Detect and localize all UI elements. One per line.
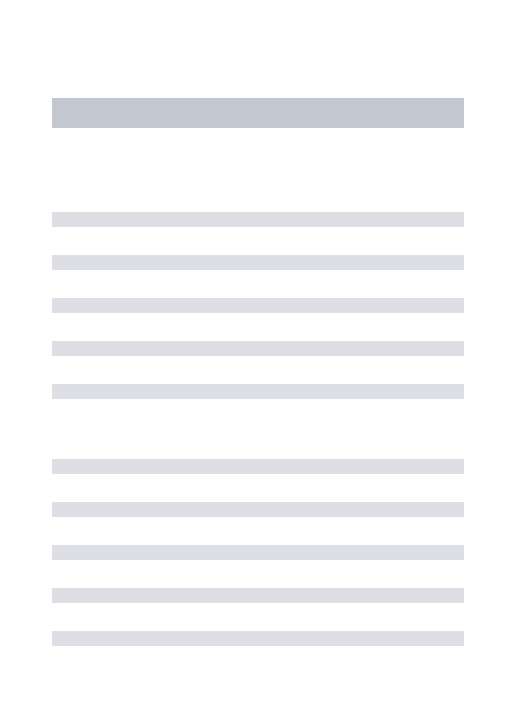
skeleton-line	[52, 341, 464, 356]
skeleton-line	[52, 212, 464, 227]
skeleton-line	[52, 545, 464, 560]
skeleton-paragraph-2	[52, 459, 464, 646]
skeleton-line	[52, 631, 464, 646]
skeleton-line	[52, 384, 464, 399]
skeleton-header	[52, 98, 464, 128]
skeleton-line	[52, 588, 464, 603]
skeleton-line	[52, 459, 464, 474]
skeleton-line	[52, 255, 464, 270]
skeleton-paragraph-1	[52, 212, 464, 399]
skeleton-container	[0, 0, 516, 646]
skeleton-line	[52, 298, 464, 313]
skeleton-line	[52, 502, 464, 517]
